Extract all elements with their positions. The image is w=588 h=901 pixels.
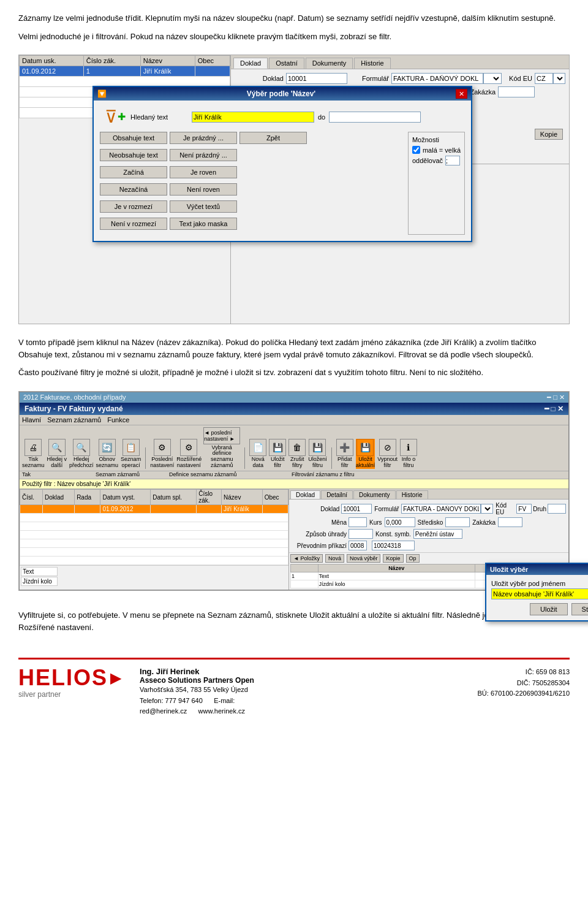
rinput-doklad[interactable] — [341, 504, 372, 514]
btn-polozky[interactable]: ◄ Položky — [290, 554, 323, 563]
col-city[interactable]: Obec — [195, 56, 230, 66]
rinput-prevodprik[interactable] — [349, 541, 367, 550]
col2-doklad[interactable]: Doklad — [42, 490, 74, 505]
menu-hlavni[interactable]: Hlavní — [22, 416, 41, 424]
rinput-kurs[interactable] — [385, 517, 415, 527]
tab2-doklad[interactable]: Doklad — [290, 490, 320, 499]
input-doklad[interactable] — [286, 73, 347, 84]
btn-icon-hledej2[interactable]: 🔍 — [73, 439, 90, 456]
btn-icon-obnov[interactable]: 🔄 — [99, 439, 116, 456]
input-oddelovac[interactable] — [445, 156, 460, 165]
btn-zpet[interactable]: Zpět — [239, 132, 307, 144]
rinput-zakazka[interactable] — [498, 517, 522, 527]
rinput-zpusobuhrady[interactable] — [349, 529, 373, 539]
btn-zacina[interactable]: Začíná — [100, 166, 167, 178]
kopie-button[interactable]: Kopie — [535, 129, 563, 140]
rinput-formular[interactable] — [401, 504, 481, 514]
table-row-2[interactable] — [20, 548, 288, 557]
col-name[interactable]: Název — [140, 56, 195, 66]
btn-obsahuje-text[interactable]: Obsahuje text — [100, 132, 167, 144]
dialog-filter-to-input[interactable] — [329, 112, 421, 123]
btn-je-v-rozmezi[interactable]: Je v rozmezí — [100, 200, 167, 213]
tab2-historie[interactable]: Historie — [396, 490, 428, 499]
table-row-2[interactable]: 01.09.2012 Jiří Králík — [20, 505, 288, 514]
tab-dokumenty[interactable]: Dokumenty — [306, 58, 353, 69]
btn-neobsahuje-text[interactable]: Neobsahuje text — [100, 149, 167, 161]
table-row-2[interactable] — [20, 557, 288, 565]
checkbox-mala-velka[interactable] — [412, 146, 420, 154]
btn-icon-tisk[interactable]: 🖨 — [24, 439, 42, 456]
rinput-druh[interactable] — [548, 504, 566, 514]
rinput-kodeu[interactable] — [516, 504, 532, 514]
input-formular[interactable] — [391, 73, 483, 84]
rselect-formular[interactable] — [481, 504, 493, 514]
btn-neni-v-rozmezi[interactable]: Není v rozmezí — [100, 218, 167, 230]
rinput-konstsymb[interactable] — [413, 529, 462, 539]
btn-label-hledej: Hledej vdalší — [47, 457, 67, 469]
btn-icon-info[interactable]: ℹ — [400, 439, 417, 456]
col-number[interactable]: Číslo zák. — [83, 56, 140, 66]
btn-je-prazdny[interactable]: Je prázdný ... — [170, 132, 237, 144]
menu-funkce[interactable]: Funkce — [107, 416, 129, 424]
dialog-filter-input[interactable] — [192, 112, 314, 123]
col-date[interactable]: Datum usk. — [20, 56, 84, 66]
tab2-detailni[interactable]: Detailní — [321, 490, 353, 499]
save-dialog-btn-cancel[interactable]: Storno — [571, 603, 588, 615]
col2-obec[interactable]: Obec — [262, 490, 288, 505]
btn-nova-vyber[interactable]: Nová výběr — [347, 554, 381, 563]
col2-cislo-zak[interactable]: Číslozák. — [197, 490, 222, 505]
col2-datum-vyst[interactable]: Datum vyst. — [100, 490, 151, 505]
tab-historie[interactable]: Historie — [354, 58, 390, 69]
btn-icon-posledni[interactable]: ⚙ — [154, 439, 171, 456]
tab-ostatni[interactable]: Ostatní — [269, 58, 304, 69]
btn-op[interactable]: Op — [406, 554, 420, 563]
col2-cisl[interactable]: Čísl. — [20, 490, 43, 505]
table-row-2[interactable] — [20, 514, 288, 522]
save-dialog-label-row: Uložit výběr pod jménem — [491, 580, 588, 599]
dialog-close-button[interactable]: ✕ — [456, 89, 467, 99]
col2-nazev[interactable]: Název — [222, 490, 263, 505]
col2-datum-spl[interactable]: Datum spl. — [151, 490, 197, 505]
btn-label-seznam-op: Seznamoperací — [121, 457, 141, 469]
btn-icon-hledej[interactable]: 🔍 — [48, 439, 66, 456]
btn-icon-nova[interactable]: 📄 — [249, 439, 266, 456]
btn-icon-vypnout[interactable]: ⊘ — [379, 439, 396, 456]
btn-icon-pridat[interactable]: ➕ — [336, 439, 353, 456]
input-kodeu[interactable] — [535, 73, 553, 84]
select-formular[interactable] — [483, 73, 502, 84]
btn-icon-rozsirene[interactable]: ⚙ — [180, 439, 197, 456]
btn-icon-zrusit[interactable]: 🗑 — [288, 439, 306, 456]
btn-vycet-textu[interactable]: Výčet textů — [170, 200, 237, 213]
label-doklad: Doklad — [235, 75, 284, 82]
btn-neni-roven[interactable]: Není roven — [170, 183, 237, 196]
rinput-banka[interactable] — [372, 541, 415, 550]
tab2-dokumenty[interactable]: Dokumenty — [353, 490, 396, 499]
btn-je-roven[interactable]: Je roven — [170, 166, 237, 178]
save-dialog-input[interactable] — [491, 588, 588, 599]
table-row[interactable] — [20, 77, 230, 87]
btn-icon-seznam-op[interactable]: 📋 — [123, 439, 140, 456]
save-dialog-btn-save[interactable]: Uložit — [530, 603, 568, 615]
btn-icon-ulozit[interactable]: 💾 — [269, 439, 286, 456]
table-row-2[interactable] — [20, 531, 288, 539]
toolbar-btn-hledej2: 🔍 Hledejpředchozí — [69, 439, 94, 469]
table-row[interactable]: 01.09.2012 1 Jiří Králík — [20, 66, 230, 77]
rinput-mena[interactable] — [349, 517, 367, 527]
btn-text-jako-maska[interactable]: Text jako maska — [170, 218, 237, 230]
rinput-stredisko[interactable] — [445, 517, 470, 527]
select-kodeu[interactable] — [553, 73, 565, 84]
table-row-2[interactable] — [20, 539, 288, 548]
btn-neni-prazdny[interactable]: Není prázdný ... — [170, 149, 237, 161]
form-row-doklad: Doklad Formulář Kód EU — [235, 73, 565, 84]
input-zakazka[interactable] — [498, 86, 535, 97]
btn-icon-ulozit-aktualni[interactable]: 💾 — [356, 439, 374, 456]
btn-icon-ulozeni[interactable]: 💾 — [309, 439, 326, 456]
col2-rada[interactable]: Rada — [75, 490, 100, 505]
btn-nezacina[interactable]: Nezačíná — [100, 183, 167, 196]
tab-doklad[interactable]: Doklad — [233, 58, 268, 69]
table-row-2[interactable] — [20, 522, 288, 531]
btn-nova[interactable]: Nová — [325, 554, 344, 563]
btn-kopie2[interactable]: Kopie — [383, 554, 403, 563]
menu-seznam[interactable]: Seznam záznamů — [47, 416, 101, 424]
btn-icon-vybrana[interactable]: ◄ poslední nastavení ► — [203, 427, 240, 444]
